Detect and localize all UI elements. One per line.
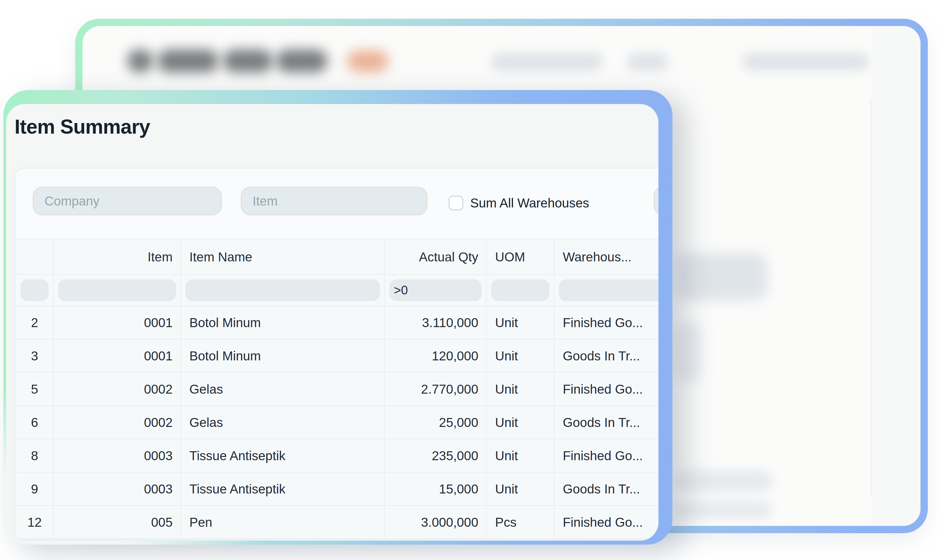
- item-name-cell[interactable]: Tissue Antiseptik: [181, 439, 385, 472]
- uom-cell[interactable]: Unit: [487, 472, 554, 505]
- item-code-cell[interactable]: 0002: [54, 406, 181, 438]
- warehouse-cell[interactable]: Goods In Tr...: [554, 472, 658, 505]
- table-header-row: Item Item Name Actual Qty UOM Warehous..…: [16, 239, 658, 275]
- item-summary-window: Item Summary Company Item Sum All Wareho…: [3, 90, 672, 545]
- filter-input-uom[interactable]: [491, 279, 549, 301]
- uom-cell[interactable]: Unit: [487, 406, 554, 438]
- actual-qty-cell[interactable]: 3.110,000: [385, 306, 487, 339]
- row-number-cell[interactable]: 8: [16, 439, 54, 472]
- uom-cell[interactable]: Unit: [487, 306, 554, 339]
- item-code-cell[interactable]: 0001: [54, 339, 181, 372]
- filter-cell-row-number: [16, 275, 54, 306]
- table-filter-row: >0: [16, 275, 658, 306]
- header-actual-qty[interactable]: Actual Qty: [385, 239, 487, 274]
- background-side-pane: [871, 26, 921, 526]
- row-number-cell[interactable]: 6: [16, 406, 54, 438]
- actual-qty-cell[interactable]: 2.770,000: [385, 373, 487, 405]
- filter-input-item[interactable]: [58, 279, 176, 301]
- company-placeholder: Company: [45, 194, 100, 209]
- row-number-cell[interactable]: 9: [16, 472, 54, 505]
- item-code-cell[interactable]: 005: [54, 506, 181, 538]
- table-row[interactable]: 90003Tissue Antiseptik15,000UnitGoods In…: [16, 472, 658, 506]
- uom-cell[interactable]: Unit: [487, 439, 554, 472]
- item-placeholder: Item: [253, 194, 277, 209]
- actual-qty-cell[interactable]: 15,000: [385, 472, 487, 505]
- filter-input-item-name[interactable]: [185, 279, 380, 301]
- table-row[interactable]: 20001Botol Minum3.110,000UnitFinished Go…: [16, 306, 658, 339]
- table-row[interactable]: 60002Gelas25,000UnitGoods In Tr...: [16, 406, 658, 439]
- warehouse-cell[interactable]: Finished Go...: [554, 439, 658, 472]
- item-summary-table: Item Item Name Actual Qty UOM Warehous..…: [16, 239, 658, 541]
- page-title: Item Summary: [15, 115, 150, 138]
- warehouse-cell[interactable]: Goods In Tr...: [554, 339, 658, 372]
- header-item-name[interactable]: Item Name: [181, 239, 385, 274]
- item-code-cell[interactable]: 0002: [54, 373, 181, 405]
- background-pane-divider: [870, 99, 871, 496]
- item-name-cell[interactable]: Gelas: [181, 373, 385, 405]
- filter-table-card: Company Item Sum All Warehouses Item Ite…: [15, 169, 658, 541]
- uom-cell[interactable]: Unit: [487, 373, 554, 405]
- table-row[interactable]: 12005Pen3.000,000PcsFinished Go...: [16, 506, 658, 539]
- filter-cell-item-name: [181, 275, 385, 306]
- actual-qty-cell[interactable]: 120,000: [385, 339, 487, 372]
- blurred-title-text: [276, 49, 328, 72]
- row-number-cell[interactable]: 3: [16, 339, 54, 372]
- filter-cell-warehouse: [554, 275, 658, 306]
- blurred-title-text: [157, 49, 219, 72]
- item-code-cell[interactable]: 0003: [54, 472, 181, 505]
- filter-input-warehouse[interactable]: [559, 279, 658, 301]
- blurred-toolbar-text: [627, 53, 668, 71]
- item-input[interactable]: Item: [241, 187, 427, 215]
- uom-cell[interactable]: Unit: [487, 339, 554, 372]
- item-name-cell[interactable]: Tissue Antiseptik: [181, 472, 385, 505]
- header-warehouse[interactable]: Warehous...: [554, 239, 658, 274]
- actual-qty-cell[interactable]: 25,000: [385, 406, 487, 438]
- filter-input-actual-qty[interactable]: >0: [390, 279, 482, 301]
- table-row[interactable]: 50002Gelas2.770,000UnitFinished Go...: [16, 373, 658, 406]
- filter-cell-item: [54, 275, 181, 306]
- row-number-cell[interactable]: 5: [16, 373, 54, 405]
- screen: Item Summary Company Item Sum All Wareho…: [0, 0, 944, 560]
- item-code-cell[interactable]: 0001: [54, 306, 181, 339]
- table-body: 20001Botol Minum3.110,000UnitFinished Go…: [16, 306, 658, 539]
- filter-input-row-number[interactable]: [20, 279, 49, 301]
- filter-value: >0: [394, 283, 408, 297]
- blurred-content: [675, 253, 767, 300]
- header-item[interactable]: Item: [54, 239, 181, 274]
- warehouse-cell[interactable]: Finished Go...: [554, 506, 658, 538]
- warehouse-cell[interactable]: Goods In Tr...: [554, 406, 658, 438]
- row-number-cell[interactable]: 2: [16, 306, 54, 339]
- item-name-cell[interactable]: Botol Minum: [181, 306, 385, 339]
- warehouse-cell[interactable]: Finished Go...: [554, 373, 658, 405]
- blurred-status-badge: [347, 51, 388, 72]
- blurred-content: [675, 501, 772, 518]
- sum-all-warehouses-label: Sum All Warehouses: [470, 196, 589, 210]
- actual-qty-cell[interactable]: 3.000,000: [385, 506, 487, 538]
- table-row[interactable]: 30001Botol Minum120,000UnitGoods In Tr..…: [16, 339, 658, 373]
- blurred-title-text: [223, 49, 273, 72]
- filter-cell-actual-qty: >0: [385, 275, 487, 306]
- blurred-toolbar-text: [742, 53, 869, 71]
- sum-all-warehouses-checkbox[interactable]: [449, 196, 463, 210]
- filter-cell-uom: [487, 275, 554, 306]
- table-row[interactable]: 80003Tissue Antiseptik235,000UnitFinishe…: [16, 439, 658, 472]
- blurred-content: [675, 470, 772, 492]
- header-row-number[interactable]: [16, 239, 54, 274]
- company-input[interactable]: Company: [33, 187, 222, 215]
- warehouse-cell[interactable]: Finished Go...: [554, 306, 658, 339]
- item-summary-content: Item Summary Company Item Sum All Wareho…: [6, 104, 658, 541]
- blurred-content: [675, 322, 702, 383]
- header-uom[interactable]: UOM: [487, 239, 554, 274]
- clipped-filter-input[interactable]: [654, 187, 658, 215]
- row-number-cell[interactable]: 12: [16, 506, 54, 538]
- item-name-cell[interactable]: Botol Minum: [181, 339, 385, 372]
- item-code-cell[interactable]: 0003: [54, 439, 181, 472]
- blurred-title-text: [127, 49, 153, 72]
- item-name-cell[interactable]: Pen: [181, 506, 385, 538]
- actual-qty-cell[interactable]: 235,000: [385, 439, 487, 472]
- blurred-toolbar-text: [491, 53, 603, 71]
- uom-cell[interactable]: Pcs: [487, 506, 554, 538]
- item-name-cell[interactable]: Gelas: [181, 406, 385, 438]
- clipped-next-row: [16, 539, 658, 541]
